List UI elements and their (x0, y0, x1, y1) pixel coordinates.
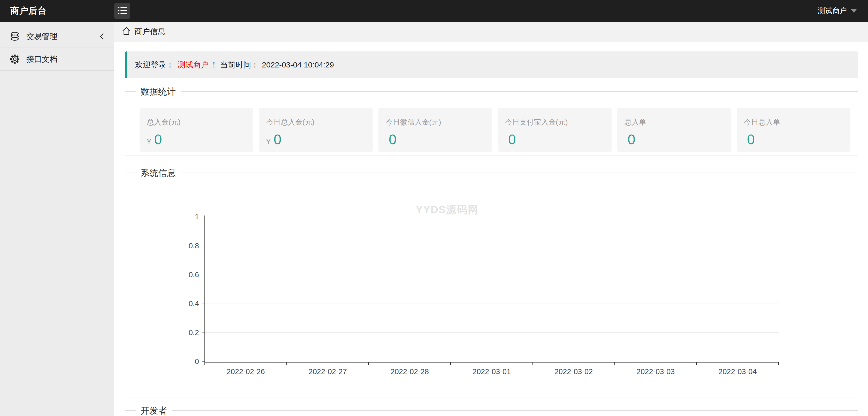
stats-panel: 数据统计 总入金(元) ¥0 今日总入金(元) ¥0 今日微信入金(元) 0 今… (125, 91, 858, 156)
x-axis-tick (450, 362, 451, 365)
sidebar-item-api-docs[interactable]: 接口文档 (0, 48, 114, 71)
x-axis-tick (614, 362, 615, 365)
stats-cards-row: 总入金(元) ¥0 今日总入金(元) ¥0 今日微信入金(元) 0 今日支付宝入… (140, 108, 850, 152)
y-axis-label: 0.2 (168, 328, 199, 337)
x-axis-tick (286, 362, 287, 365)
x-axis-label: 2022-03-02 (535, 367, 612, 376)
main-area: 商户信息 欢迎登录： 测试商户 ！ 当前时间： 2022-03-04 10:04… (114, 22, 868, 416)
welcome-merchant-name: 测试商户 (178, 60, 209, 70)
stat-card-today-wechat: 今日微信入金(元) 0 (378, 108, 492, 152)
user-name: 测试商户 (818, 6, 847, 16)
stat-card-label: 今日总入单 (744, 117, 850, 127)
stat-card-today-orders: 今日总入单 0 (737, 108, 850, 152)
caret-down-icon (851, 9, 857, 13)
chart-watermark: YYDS源码网 (396, 202, 499, 217)
x-axis-label: 2022-03-03 (617, 367, 694, 376)
x-axis-tick (205, 362, 205, 365)
x-axis-tick (778, 362, 779, 365)
stat-card-value: 0 (628, 132, 636, 146)
y-gridline (205, 217, 779, 217)
developer-panel: 开发者 (125, 410, 858, 416)
hamburger-icon (118, 7, 127, 15)
breadcrumb[interactable]: 商户信息 (114, 22, 868, 41)
stat-card-label: 总入金(元) (147, 117, 253, 127)
y-axis-label: 0.8 (168, 242, 199, 250)
welcome-prefix: 欢迎登录： (135, 60, 174, 70)
stat-card-value: 0 (747, 132, 755, 146)
sidebar-item-label: 交易管理 (26, 31, 99, 42)
stat-card-today-alipay: 今日支付宝入金(元) 0 (498, 108, 612, 152)
y-axis-line (205, 216, 205, 365)
content: 欢迎登录： 测试商户 ！ 当前时间： 2022-03-04 10:04:29 数… (114, 41, 868, 416)
y-axis-label: 0.6 (168, 270, 199, 279)
x-axis-tick (532, 362, 533, 365)
y-gridline (205, 303, 779, 304)
currency-symbol: ¥ (147, 137, 151, 146)
x-axis-line (205, 362, 779, 362)
stat-card-label: 今日微信入金(元) (386, 117, 492, 127)
x-axis-label: 2022-02-27 (289, 367, 367, 376)
x-axis-label: 2022-03-01 (453, 367, 530, 376)
y-axis-label: 1 (168, 213, 199, 221)
stat-card-label: 今日总入金(元) (266, 117, 373, 127)
system-info-panel: 系统信息 10.80.60.40.202022-02-262022-02-272… (125, 172, 858, 397)
line-chart: 10.80.60.40.202022-02-262022-02-272022-0… (125, 173, 858, 397)
welcome-separator: ！ 当前时间： (210, 60, 259, 70)
stat-card-value: 0 (508, 132, 516, 146)
app-title: 商户后台 (0, 5, 114, 17)
sidebar-collapse-button[interactable] (114, 3, 130, 19)
welcome-banner: 欢迎登录： 测试商户 ！ 当前时间： 2022-03-04 10:04:29 (125, 52, 858, 78)
user-dropdown[interactable]: 测试商户 (818, 6, 868, 16)
breadcrumb-label: 商户信息 (134, 26, 165, 37)
y-gridline (205, 332, 779, 333)
stats-panel-title: 数据统计 (136, 86, 181, 97)
x-axis-tick (696, 362, 697, 365)
stat-card-total-in: 总入金(元) ¥0 (140, 108, 253, 152)
stat-card-label: 今日支付宝入金(元) (505, 117, 612, 127)
topbar: 商户后台 测试商户 (0, 0, 868, 22)
developer-panel-title: 开发者 (136, 406, 172, 416)
y-gridline (205, 275, 779, 275)
home-icon (122, 27, 131, 37)
x-axis-label: 2022-02-26 (207, 367, 285, 376)
sidebar-item-label: 接口文档 (26, 54, 105, 65)
y-axis-label: 0 (168, 357, 199, 366)
x-axis-label: 2022-03-04 (699, 367, 776, 376)
x-axis-tick (368, 362, 369, 365)
y-gridline (205, 246, 779, 246)
current-time: 2022-03-04 10:04:29 (262, 60, 334, 69)
sidebar-menu: 交易管理 接口文档 (0, 22, 114, 71)
stat-card-label: 总入单 (624, 117, 731, 127)
sidebar: 交易管理 接口文档 (0, 22, 114, 416)
stat-card-value: 0 (274, 132, 281, 146)
stat-card-value: 0 (389, 132, 397, 146)
gear-icon (10, 54, 20, 64)
database-icon (10, 32, 20, 41)
y-axis-label: 0.4 (168, 299, 199, 308)
currency-symbol: ¥ (266, 137, 271, 146)
x-axis-label: 2022-02-28 (371, 367, 448, 376)
chevron-left-icon (99, 33, 105, 40)
stat-card-total-orders: 总入单 0 (617, 108, 731, 152)
stat-card-value: 0 (154, 132, 162, 146)
stat-card-today-in: 今日总入金(元) ¥0 (259, 108, 373, 152)
sidebar-item-trade-management[interactable]: 交易管理 (0, 25, 114, 48)
